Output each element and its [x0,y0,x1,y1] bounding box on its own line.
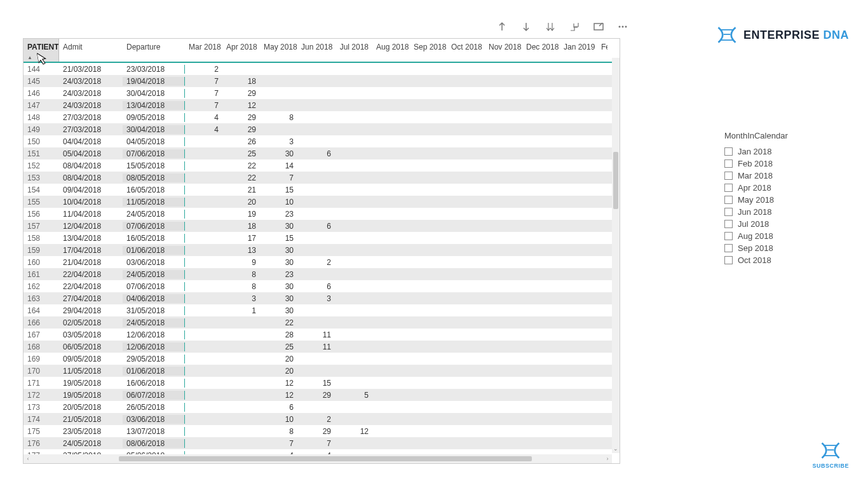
header-month[interactable]: Jul 2018 [335,39,372,62]
vertical-scrollbar[interactable]: ⌄ [612,58,620,453]
table-row[interactable]: 14421/03/201823/03/20182 [24,63,620,75]
table-row[interactable]: 17624/05/201808/06/201877 [24,437,620,449]
cell-patient: 151 [24,149,59,158]
header-month[interactable]: Apr 2018 [222,39,260,62]
slicer-item[interactable]: Aug 2018 [724,230,839,242]
cell-departure: 16/05/2018 [123,234,185,243]
cell-admit: 09/05/2018 [59,355,123,363]
table-row[interactable]: 14624/03/201830/04/2018729 [24,87,620,99]
expand-down-icon[interactable] [544,20,557,33]
table-row[interactable]: 17320/05/201826/05/20186 [24,401,620,413]
table-row[interactable]: 14927/03/201830/04/2018429 [24,123,620,135]
checkbox-icon[interactable] [724,256,733,264]
table-row[interactable]: 14827/03/201809/05/20184298 [24,111,620,123]
table-row[interactable]: 16021/04/201803/06/20189302 [24,256,620,268]
slicer-item[interactable]: Oct 2018 [724,254,839,266]
table-row[interactable]: 16222/04/201807/06/20188306 [24,280,620,292]
cell-value: 30 [260,306,297,315]
table-row[interactable]: 15917/04/201801/06/20181330 [24,244,620,256]
table-row[interactable]: 15409/04/201816/05/20182115 [24,184,620,196]
more-options-icon[interactable] [616,20,629,33]
header-admit[interactable]: Admit [59,39,123,62]
checkbox-icon[interactable] [724,244,733,252]
slicer-item[interactable]: Sep 2018 [724,242,839,254]
scroll-down-arrow[interactable]: ⌄ [612,444,620,453]
cell-admit: 20/05/2018 [59,403,123,412]
focus-mode-icon[interactable] [592,20,605,33]
table-row[interactable]: 15004/04/201804/05/2018263 [24,135,620,147]
table-row[interactable]: 16602/05/201824/05/201822 [24,316,620,329]
table-row[interactable]: 17523/05/201813/07/201882912 [24,425,620,437]
header-month[interactable]: Jun 2018 [297,39,335,62]
cell-value: 6 [297,222,335,231]
table-row[interactable]: 17011/05/201801/06/201820 [24,365,620,377]
header-month[interactable]: Dec 2018 [522,39,560,62]
cell-value: 30 [260,149,297,158]
matrix-body[interactable]: 14421/03/201823/03/2018214524/03/201819/… [24,63,620,462]
table-row[interactable]: 17219/05/201806/07/201812295 [24,389,620,401]
header-overflow[interactable]: Fe [597,39,607,62]
header-departure[interactable]: Departure [123,39,185,62]
checkbox-icon[interactable] [724,172,733,180]
table-row[interactable]: 15611/04/201824/05/20181923 [24,208,620,220]
slicer-item[interactable]: Jan 2018 [724,146,839,158]
slicer-item[interactable]: Jul 2018 [724,218,839,230]
logo-text: ENTERPRISE DNA [743,29,849,42]
table-row[interactable]: 15712/04/201807/06/201818306 [24,220,620,232]
table-row[interactable]: 16806/05/201812/06/20182511 [24,341,620,353]
patient-matrix[interactable]: PATIENT Admit Departure Mar 2018Apr 2018… [23,38,620,464]
table-row[interactable]: 14524/03/201819/04/2018718 [24,75,620,87]
subscribe-button[interactable]: SUBSCRIBE [812,441,849,469]
header-patient[interactable]: PATIENT [24,39,59,62]
scroll-thumb[interactable] [119,456,532,461]
table-row[interactable]: 16429/04/201831/05/2018130 [24,304,620,316]
slicer-item[interactable]: Feb 2018 [724,158,839,170]
drill-up-icon[interactable] [496,20,508,33]
table-row[interactable]: 17119/05/201816/06/20181215 [24,377,620,389]
table-row[interactable]: 14724/03/201813/04/2018712 [24,99,620,111]
table-row[interactable]: 16703/05/201812/06/20182811 [24,329,620,341]
checkbox-icon[interactable] [724,208,733,216]
checkbox-icon[interactable] [724,159,733,168]
header-month[interactable]: Aug 2018 [372,39,410,62]
expand-all-icon[interactable] [568,20,581,33]
cell-value: 6 [297,282,335,291]
header-month[interactable]: Sep 2018 [410,39,447,62]
table-row[interactable]: 15510/04/201811/05/20182010 [24,196,620,208]
table-row[interactable]: 15208/04/201815/05/20182214 [24,159,620,172]
horizontal-scrollbar[interactable]: ‹ › [24,454,612,463]
slicer-item[interactable]: May 2018 [724,194,839,206]
cell-departure: 07/06/2018 [123,149,185,158]
scroll-right-arrow[interactable]: › [603,454,612,463]
table-row[interactable]: 16909/05/201829/05/201820 [24,353,620,365]
table-row[interactable]: 17421/05/201803/06/2018102 [24,413,620,425]
month-slicer[interactable]: MonthInCalendar Jan 2018Feb 2018Mar 2018… [724,131,839,285]
table-row[interactable]: 15105/04/201807/06/201825306 [24,147,620,159]
scroll-left-arrow[interactable]: ‹ [24,454,32,463]
slicer-item-label: Apr 2018 [738,183,771,193]
drill-down-icon[interactable] [520,20,532,33]
header-month[interactable]: Oct 2018 [447,39,485,62]
checkbox-icon[interactable] [724,232,733,240]
scroll-thumb[interactable] [613,152,618,209]
cell-value: 7 [260,173,297,182]
header-month[interactable]: Jan 2019 [560,39,597,62]
slicer-item-label: Oct 2018 [738,255,771,265]
checkbox-icon[interactable] [724,220,733,228]
cell-patient: 157 [24,222,59,231]
slicer-item[interactable]: Mar 2018 [724,170,839,182]
checkbox-icon[interactable] [724,147,733,156]
header-month[interactable]: Mar 2018 [185,39,222,62]
cell-departure: 24/05/2018 [123,270,185,279]
table-row[interactable]: 16122/04/201824/05/2018823 [24,268,620,280]
cell-admit: 27/03/2018 [59,113,123,122]
slicer-item[interactable]: Jun 2018 [724,206,839,218]
header-month[interactable]: May 2018 [260,39,297,62]
table-row[interactable]: 15308/04/201808/05/2018227 [24,172,620,184]
header-month[interactable]: Nov 2018 [485,39,522,62]
checkbox-icon[interactable] [724,184,733,192]
slicer-item[interactable]: Apr 2018 [724,182,839,194]
table-row[interactable]: 16327/04/201804/06/20183303 [24,292,620,304]
checkbox-icon[interactable] [724,196,733,204]
table-row[interactable]: 15813/04/201816/05/20181715 [24,232,620,244]
